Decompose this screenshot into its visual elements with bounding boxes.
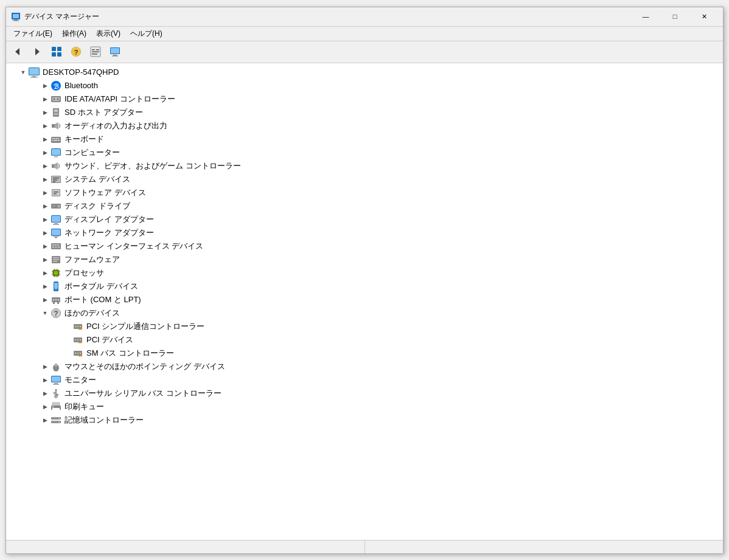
pci-simple-label: PCI シンプル通信コントローラー bbox=[86, 321, 204, 332]
menu-file[interactable]: ファイル(E) bbox=[9, 27, 57, 40]
expand-sound[interactable]: ▶ bbox=[40, 161, 50, 171]
sd-icon bbox=[50, 106, 62, 119]
tree-item-print[interactable]: ▶ 印刷キュー bbox=[6, 400, 723, 413]
tree-item-sd[interactable]: ▶ SD ホスト アダプター bbox=[6, 106, 723, 119]
svg-rect-74 bbox=[55, 244, 57, 246]
system-icon bbox=[50, 173, 62, 185]
svg-rect-72 bbox=[51, 243, 61, 249]
tree-item-display[interactable]: ▶ ディスプレイ アダプター bbox=[6, 213, 723, 226]
expand-system[interactable]: ▶ bbox=[40, 175, 50, 184]
bluetooth-icon: ℬ bbox=[50, 80, 62, 92]
tree-item-network[interactable]: ▶ ネットワーク アダプター bbox=[6, 226, 723, 240]
monitor-icon bbox=[50, 374, 62, 386]
properties-btn[interactable] bbox=[86, 43, 105, 60]
expand-sd[interactable]: ▶ bbox=[40, 108, 50, 117]
svg-rect-3 bbox=[13, 21, 19, 21]
svg-rect-54 bbox=[53, 179, 57, 181]
expand-disk[interactable]: ▶ bbox=[40, 201, 50, 211]
tree-item-other[interactable]: ▼ ? ほかのデバイス bbox=[6, 306, 723, 320]
display-icon bbox=[50, 213, 62, 226]
expand-usb[interactable]: ▶ bbox=[40, 389, 50, 398]
tree-item-ide[interactable]: ▶ IDE ATA/ATAPI コントローラー bbox=[6, 92, 723, 106]
status-right bbox=[365, 541, 721, 553]
monitor-btn[interactable] bbox=[106, 43, 124, 60]
svg-rect-42 bbox=[58, 138, 59, 139]
close-button[interactable]: ✕ bbox=[690, 7, 718, 26]
svg-text:!: ! bbox=[80, 353, 80, 356]
expand-network[interactable]: ▶ bbox=[40, 228, 50, 238]
menu-view[interactable]: 表示(V) bbox=[91, 27, 125, 40]
tree-item-disk[interactable]: ▶ ディスク ドライブ bbox=[6, 199, 723, 213]
expand-hid[interactable]: ▶ bbox=[40, 241, 50, 251]
tree-item-computer[interactable]: ▶ コンピューター bbox=[6, 146, 723, 159]
expand-processor[interactable]: ▶ bbox=[40, 268, 50, 278]
forward-button[interactable] bbox=[28, 43, 46, 60]
expand-port[interactable]: ▶ bbox=[40, 295, 50, 305]
back-button[interactable] bbox=[9, 43, 27, 60]
warning-smbus-icon: ! bbox=[72, 347, 84, 359]
svg-rect-16 bbox=[92, 54, 97, 55]
expand-firmware[interactable]: ▶ bbox=[40, 255, 50, 264]
hid-label: ヒューマン インターフェイス デバイス bbox=[65, 241, 203, 252]
tree-item-pci-simple[interactable]: ▶ ! PCI シンプル通信コントローラー bbox=[6, 320, 723, 333]
tree-item-portable[interactable]: ▶ ポータブル デバイス bbox=[6, 280, 723, 293]
tree-item-storage[interactable]: ▶ 記憶域コントローラー bbox=[6, 413, 723, 427]
window-title: デバイス マネージャー bbox=[24, 12, 632, 22]
svg-rect-36 bbox=[52, 124, 55, 128]
svg-rect-34 bbox=[56, 112, 57, 115]
svg-rect-45 bbox=[58, 140, 60, 141]
expand-audio[interactable]: ▶ bbox=[40, 121, 50, 131]
expand-print[interactable]: ▶ bbox=[40, 402, 50, 412]
tree-item-pci-device[interactable]: ▶ ! PCI デバイス bbox=[6, 333, 723, 347]
tree-item-system[interactable]: ▶ システム デバイス bbox=[6, 173, 723, 186]
expand-mouse[interactable]: ▶ bbox=[40, 362, 50, 372]
smbus-label: SM バス コントローラー bbox=[86, 348, 174, 359]
expand-computer[interactable]: ▶ bbox=[40, 148, 50, 157]
maximize-button[interactable]: □ bbox=[661, 7, 689, 26]
expand-keyboard[interactable]: ▶ bbox=[40, 134, 50, 144]
tree-item-usb[interactable]: ▶ ユニバーサル シリアル バス コントローラー bbox=[6, 387, 723, 400]
tree-item-software[interactable]: ▶ ソフトウェア デバイス bbox=[6, 186, 723, 199]
tree-item-port[interactable]: ▶ ポート (COM と LPT) bbox=[6, 293, 723, 306]
svg-rect-84 bbox=[54, 271, 58, 275]
svg-point-106 bbox=[77, 325, 78, 327]
expand-storage[interactable]: ▶ bbox=[40, 415, 50, 425]
computer-icon bbox=[28, 66, 40, 78]
tree-item-hid[interactable]: ▶ ヒューマン インターフェイス デバイス bbox=[6, 240, 723, 253]
expand-other[interactable]: ▼ bbox=[40, 308, 50, 318]
other-label: ほかのデバイス bbox=[65, 308, 120, 319]
expand-display[interactable]: ▶ bbox=[40, 215, 50, 224]
svg-rect-138 bbox=[52, 406, 54, 407]
svg-rect-57 bbox=[52, 190, 60, 196]
tree-item-bluetooth[interactable]: ▶ ℬ Bluetooth bbox=[6, 79, 723, 92]
tree-item-monitor[interactable]: ▶ モニター bbox=[6, 373, 723, 387]
expand-software[interactable]: ▶ bbox=[40, 188, 50, 198]
tree-item-mouse[interactable]: ▶ マウスとそのほかのポインティング デバイス bbox=[6, 360, 723, 373]
minimize-button[interactable]: — bbox=[632, 7, 660, 26]
svg-rect-47 bbox=[52, 149, 60, 155]
expand-monitor[interactable]: ▶ bbox=[40, 375, 50, 385]
svg-rect-23 bbox=[32, 76, 36, 77]
monitor-label: モニター bbox=[65, 375, 96, 385]
tree-item-sound[interactable]: ▶ サウンド、ビデオ、およびゲーム コントローラー bbox=[6, 159, 723, 173]
network-icon bbox=[50, 227, 62, 239]
tree-item-smbus[interactable]: ▶ ! SM バス コントローラー bbox=[6, 347, 723, 360]
tree-item-processor[interactable]: ▶ プロセッサ bbox=[6, 266, 723, 280]
tree-item-firmware[interactable]: ▶ ファームウェア bbox=[6, 253, 723, 266]
svg-rect-48 bbox=[54, 156, 58, 157]
expand-root[interactable]: ▼ bbox=[18, 67, 28, 77]
device-tree[interactable]: ▼ DESKTOP-547QHPD ▶ ℬ Bluetooth bbox=[6, 63, 723, 540]
expand-bluetooth[interactable]: ▶ bbox=[40, 81, 50, 91]
expand-portable[interactable]: ▶ bbox=[40, 282, 50, 291]
help-button[interactable]: ? bbox=[67, 43, 85, 60]
menu-action[interactable]: 操作(A) bbox=[57, 27, 91, 40]
tree-root[interactable]: ▼ DESKTOP-547QHPD bbox=[6, 66, 723, 79]
device-manager-btn[interactable] bbox=[47, 43, 66, 60]
hid-icon bbox=[50, 240, 62, 252]
svg-point-95 bbox=[55, 289, 57, 290]
tree-item-audio[interactable]: ▶ オーディオの入力および出力 bbox=[6, 119, 723, 133]
usb-label: ユニバーサル シリアル バス コントローラー bbox=[65, 388, 221, 399]
tree-item-keyboard[interactable]: ▶ キーボード bbox=[6, 133, 723, 146]
menu-help[interactable]: ヘルプ(H) bbox=[125, 27, 167, 40]
expand-ide[interactable]: ▶ bbox=[40, 94, 50, 104]
